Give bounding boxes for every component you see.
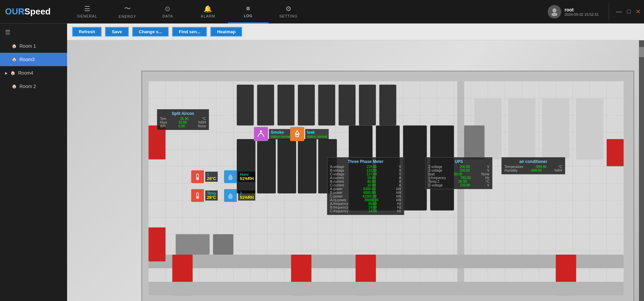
temp2-widget[interactable]: Temp 28°C: [191, 189, 218, 202]
humi2-icon: [224, 189, 237, 202]
sensor-row: Hum 33.60 %RH: [160, 121, 206, 124]
leak-sensor[interactable]: leak status:normal: [290, 127, 329, 141]
setting-nav-icon: ⚙: [285, 5, 292, 13]
sidebar-item-room4[interactable]: ▶🏠Room4: [0, 66, 67, 80]
sensor-row: Tem 25.90 °C: [160, 117, 206, 121]
scrollbar[interactable]: [639, 40, 644, 301]
sensor-row: WR 0.00 None: [160, 124, 206, 128]
user-name: root: [565, 7, 599, 12]
svg-rect-49: [359, 85, 376, 125]
sidebar-item-room1[interactable]: 🏠Room 1: [0, 39, 67, 53]
ups-title: UPS: [428, 159, 489, 164]
heatmap-button[interactable]: Heatmap: [210, 27, 242, 37]
user-time: 2024-09-02 15:52:51: [565, 12, 599, 16]
user-info: root 2024-09-02 15:52:51: [565, 7, 599, 16]
maximize-button[interactable]: □: [627, 8, 631, 15]
leak-label: leak status:normal: [305, 129, 329, 139]
content-area: RefreshSaveChange s...Find sen...Heatmap: [67, 24, 644, 301]
save-button[interactable]: Save: [105, 27, 128, 37]
svg-rect-65: [149, 255, 624, 268]
temp1-label: 1 28°C: [205, 172, 218, 182]
svg-rect-75: [149, 282, 624, 295]
svg-rect-78: [296, 135, 299, 137]
temp1-icon: [191, 170, 204, 183]
svg-rect-47: [318, 85, 335, 125]
nav-tab-general[interactable]: ☰GENERAL: [67, 0, 107, 23]
svg-rect-46: [298, 85, 315, 125]
svg-rect-79: [197, 174, 199, 178]
expand-arrow-icon: ▶: [5, 71, 8, 75]
svg-rect-50: [379, 85, 396, 125]
svg-rect-53: [277, 139, 296, 194]
svg-rect-74: [213, 234, 233, 255]
general-nav-icon: ☰: [84, 5, 91, 13]
svg-rect-71: [149, 227, 166, 261]
refresh-button[interactable]: Refresh: [72, 27, 102, 37]
minimize-button[interactable]: —: [616, 8, 622, 15]
sidebar-item-label: Room3: [19, 57, 35, 62]
split-aircon-sensor[interactable]: Split Aircon Tem 25.90 °C Hum 33.60 %RH …: [157, 109, 209, 130]
temp1-widget[interactable]: 1 28°C: [191, 170, 218, 183]
nav-tab-setting[interactable]: ⚙SETTING: [268, 0, 309, 23]
svg-rect-51: [237, 139, 256, 194]
temp2-label: Temp 28°C: [205, 190, 218, 201]
nav-tab-energy[interactable]: 〜ENERGY: [107, 0, 148, 23]
scroll-thumb[interactable]: [639, 47, 644, 57]
find_sen-button[interactable]: Find sen...: [172, 27, 207, 37]
three-phase-meter-sensor[interactable]: Three Phase Meter A-voltage219.00V B-vol…: [327, 157, 404, 215]
nav-tab-alarm[interactable]: 🔔ALARM: [188, 0, 228, 23]
energy-nav-label: ENERGY: [119, 14, 136, 18]
nav-tab-log[interactable]: ≡LOG: [228, 0, 268, 23]
smoke-icon: [254, 127, 268, 141]
sidebar-item-label: Room 1: [19, 43, 36, 49]
air-conditioner-title: air conditioner: [504, 159, 562, 164]
room-icon: 🏠: [10, 71, 15, 75]
svg-rect-73: [176, 234, 210, 255]
svg-rect-54: [298, 139, 317, 194]
svg-rect-52: [257, 139, 276, 194]
svg-point-1: [551, 13, 557, 16]
logo-speed: Speed: [24, 6, 51, 16]
svg-rect-58: [403, 125, 427, 210]
humi1-widget[interactable]: Humi 51%RH: [224, 170, 255, 183]
avatar: [548, 5, 561, 18]
nav-tab-data[interactable]: ⊙DATA: [148, 0, 188, 23]
setting-nav-label: SETTING: [279, 14, 298, 18]
svg-rect-63: [542, 98, 569, 159]
close-button[interactable]: ✕: [636, 8, 641, 15]
temp2-icon: [191, 189, 204, 202]
svg-point-82: [197, 197, 199, 199]
user-area: root 2024-09-02 15:52:51: [541, 5, 605, 18]
svg-rect-70: [149, 125, 166, 159]
svg-rect-43: [237, 85, 254, 125]
svg-rect-72: [607, 139, 624, 166]
sidebar: ☰ 🏠Room 1🏠Room3▶🏠Room4🏠Room 2: [0, 24, 67, 301]
data-nav-icon: ⊙: [165, 5, 171, 13]
alarm-nav-label: ALARM: [201, 14, 215, 18]
humi2-label: 2 51%RH: [238, 190, 255, 201]
air-conditioner-sensor[interactable]: air conditioner Temperature-999.90°C Hum…: [501, 157, 565, 174]
log-nav-icon: ≡: [246, 5, 251, 12]
humi1-label: Humi 51%RH: [238, 172, 255, 182]
main-layout: ☰ 🏠Room 1🏠Room3▶🏠Room4🏠Room 2 RefreshSav…: [0, 24, 644, 301]
svg-rect-64: [576, 98, 603, 159]
humi2-widget[interactable]: 2 51%RH: [224, 189, 255, 202]
ups-sensor[interactable]: UPS Z-voltage200.00V Z-voltage200.00V lo…: [425, 157, 492, 189]
sidebar-item-room2[interactable]: 🏠Room 2: [0, 80, 67, 93]
svg-rect-76: [464, 125, 485, 159]
window-controls: — □ ✕: [612, 8, 644, 15]
smoke-sensor[interactable]: Smoke status:normal: [254, 127, 292, 141]
three-phase-meter-title: Three Phase Meter: [330, 159, 401, 164]
sidebar-menu-icon[interactable]: ☰: [0, 27, 67, 39]
app-logo: OURSpeed: [0, 6, 67, 17]
general-nav-label: GENERAL: [77, 14, 97, 18]
svg-point-77: [260, 131, 262, 132]
room-icon: 🏠: [12, 44, 17, 48]
change_s-button[interactable]: Change s...: [132, 27, 169, 37]
room-icon: 🏠: [12, 57, 17, 62]
svg-rect-81: [197, 193, 199, 197]
nav-tabs: ☰GENERAL〜ENERGY⊙DATA🔔ALARM≡LOG⚙SETTING: [67, 0, 541, 23]
sidebar-item-label: Room 2: [19, 84, 36, 89]
split-aircon-title: Split Aircon: [160, 111, 206, 116]
sidebar-item-room3[interactable]: 🏠Room3: [0, 53, 67, 66]
